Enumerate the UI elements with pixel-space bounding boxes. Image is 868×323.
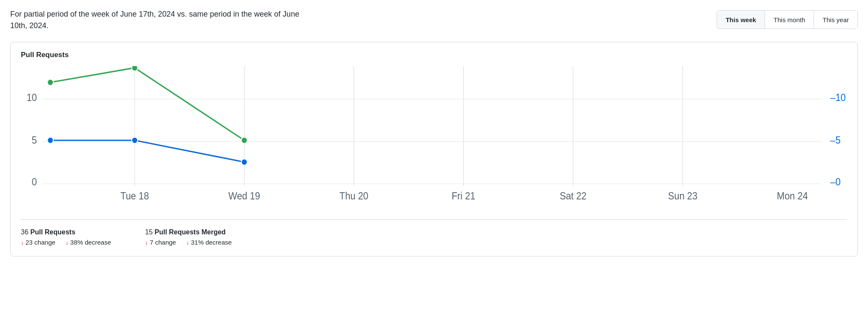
svg-text:Wed 19: Wed 19	[228, 191, 260, 202]
svg-point-29	[47, 137, 53, 144]
svg-text:Tue 18: Tue 18	[120, 191, 149, 202]
period-selector: This week This month This year	[717, 10, 858, 29]
svg-text:–0: –0	[830, 177, 840, 188]
svg-point-27	[132, 66, 138, 71]
arrow-down-icon-2: ↓	[66, 239, 69, 246]
stat-prm-changes: ↓ 7 change ↓ 31% decrease	[145, 239, 232, 246]
svg-rect-0	[21, 66, 847, 193]
stat-pull-requests-merged: 15 Pull Requests Merged ↓ 7 change ↓ 31%…	[145, 228, 232, 246]
arrow-down-icon-3: ↓	[145, 239, 148, 246]
chart-svg: 0 5 10 15 –15 –10 –5 –0 Tue 18 Wed 19 Th…	[21, 66, 847, 211]
arrow-down-icon-4: ↓	[186, 239, 189, 246]
period-btn-week[interactable]: This week	[717, 11, 765, 29]
svg-text:Thu 20: Thu 20	[340, 191, 368, 202]
stat-pr-label: Pull Requests	[30, 228, 75, 236]
stat-pr-change-1-value: 23 change	[26, 239, 55, 246]
pull-requests-card: Pull Requests 0 5 10 15 –15 –10 –5	[10, 42, 858, 257]
period-btn-year[interactable]: This year	[814, 11, 857, 29]
stat-prm-change-1-value: 7 change	[150, 239, 176, 246]
svg-text:–10: –10	[830, 92, 845, 103]
arrow-down-icon: ↓	[21, 239, 24, 246]
svg-point-31	[241, 159, 247, 165]
period-btn-month[interactable]: This month	[765, 11, 814, 29]
stat-pr-change-2: ↓ 38% decrease	[66, 239, 111, 246]
stat-pr-changes: ↓ 23 change ↓ 38% decrease	[21, 239, 111, 246]
svg-text:Fri 21: Fri 21	[451, 191, 475, 202]
svg-text:5: 5	[32, 135, 37, 146]
period-description: For partial period of the week of June 1…	[10, 9, 308, 32]
stat-pull-requests: 36 Pull Requests ↓ 23 change ↓ 38% decre…	[21, 228, 111, 246]
svg-point-28	[241, 137, 247, 144]
stat-prm-change-2: ↓ 31% decrease	[186, 239, 232, 246]
stat-pr-count: 36	[21, 228, 29, 236]
stat-prm-count: 15	[145, 228, 153, 236]
svg-point-26	[47, 79, 53, 86]
stat-prm-change-1: ↓ 7 change	[145, 239, 176, 246]
page-header: For partial period of the week of June 1…	[10, 9, 858, 32]
stat-prm-title: 15 Pull Requests Merged	[145, 228, 232, 236]
svg-text:Mon 24: Mon 24	[777, 191, 808, 202]
stat-pr-title: 36 Pull Requests	[21, 228, 111, 236]
chart-area: 0 5 10 15 –15 –10 –5 –0 Tue 18 Wed 19 Th…	[21, 66, 847, 211]
svg-text:–5: –5	[830, 135, 840, 146]
svg-point-30	[132, 137, 138, 144]
stat-prm-change-2-value: 31% decrease	[191, 239, 232, 246]
svg-text:10: 10	[26, 92, 37, 103]
stat-prm-label: Pull Requests Merged	[154, 228, 226, 236]
svg-text:Sun 23: Sun 23	[668, 191, 697, 202]
chart-title: Pull Requests	[21, 51, 847, 59]
chart-footer: 36 Pull Requests ↓ 23 change ↓ 38% decre…	[21, 219, 847, 246]
svg-text:0: 0	[32, 177, 37, 188]
svg-text:Sat 22: Sat 22	[560, 191, 586, 202]
stat-pr-change-1: ↓ 23 change	[21, 239, 55, 246]
stat-pr-change-2-value: 38% decrease	[70, 239, 111, 246]
